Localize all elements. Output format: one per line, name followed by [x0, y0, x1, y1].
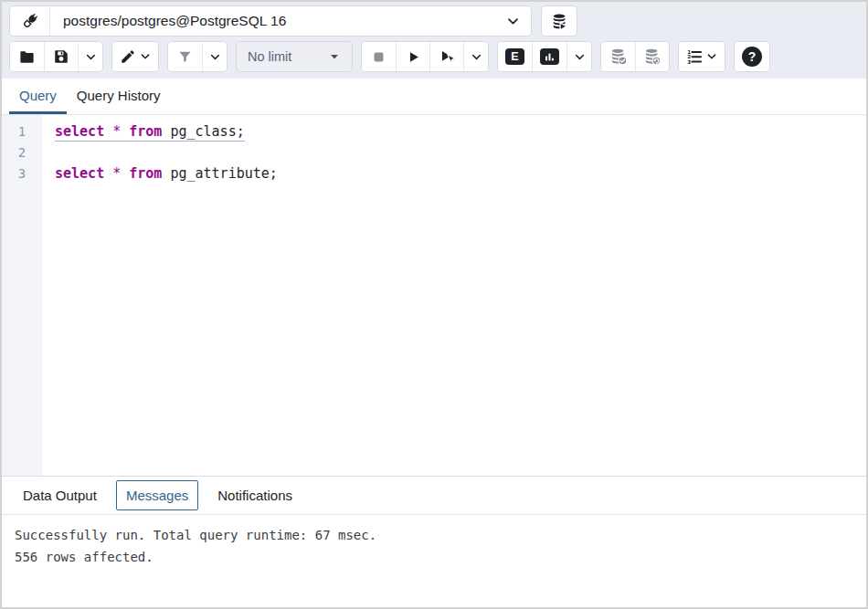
folder-icon [18, 48, 36, 66]
help-button-group: ? [734, 41, 770, 72]
code-line[interactable]: select * from pg_class; [55, 121, 866, 142]
commit-button[interactable] [601, 42, 635, 71]
row-limit-select[interactable]: No limit [236, 41, 353, 72]
save-button[interactable] [44, 42, 78, 71]
edit-button-group [111, 41, 159, 72]
query-tool-window: postgres/postgres@PostgreSQL 16 [0, 0, 868, 609]
row-limit-value: No limit [248, 49, 291, 64]
chevron-down-icon [574, 51, 586, 63]
database-commit-icon [609, 47, 628, 66]
plug-icon [21, 12, 39, 30]
messages-panel: Successfully run. Total query runtime: 6… [2, 515, 866, 607]
explain-button[interactable]: E [498, 42, 532, 71]
connection-group: postgres/postgres@PostgreSQL 16 [9, 5, 532, 37]
explain-icon: E [505, 48, 524, 65]
line-number: 1 [2, 121, 42, 142]
new-connection-button[interactable] [541, 5, 577, 37]
macros-button[interactable]: 123 [679, 42, 725, 71]
numbered-list-icon: 123 [686, 48, 703, 65]
explain-analyze-button[interactable] [532, 42, 566, 71]
svg-text:3: 3 [687, 59, 691, 65]
connection-dropdown[interactable]: postgres/postgres@PostgreSQL 16 [50, 6, 531, 36]
filter-button[interactable] [168, 42, 202, 71]
line-number: 2 [2, 142, 42, 163]
execute-script-button[interactable] [429, 42, 463, 71]
stop-icon [371, 49, 386, 65]
cancel-query-button[interactable] [362, 42, 396, 71]
explain-options-button[interactable] [566, 42, 591, 71]
transaction-button-group [600, 41, 670, 72]
toolbar: No limit [2, 40, 866, 79]
rollback-button[interactable] [635, 42, 669, 71]
pencil-icon [120, 48, 136, 65]
line-number: 3 [2, 163, 42, 184]
chevron-down-icon [506, 15, 520, 28]
caret-down-icon [328, 50, 341, 63]
play-icon [406, 49, 421, 65]
execute-options-button[interactable] [463, 42, 488, 71]
macro-button-group: 123 [678, 41, 725, 72]
chevron-down-icon [706, 51, 717, 62]
help-icon: ? [742, 47, 762, 67]
connection-status-button[interactable] [10, 6, 50, 36]
edit-button[interactable] [112, 42, 158, 71]
chevron-down-icon [209, 51, 221, 63]
editor-lines[interactable]: select * from pg_class; select * from pg… [42, 115, 866, 476]
file-button-group [9, 41, 103, 72]
execute-button[interactable] [396, 42, 429, 71]
save-options-button[interactable] [78, 42, 102, 71]
sql-editor[interactable]: 123 select * from pg_class; select * fro… [2, 115, 866, 476]
save-icon [53, 48, 69, 65]
explain-analyze-icon [540, 48, 559, 65]
tab-notifications[interactable]: Notifications [207, 480, 302, 510]
execute-button-group [361, 41, 489, 72]
chevron-down-icon [140, 51, 151, 62]
connection-bar: postgres/postgres@PostgreSQL 16 [2, 2, 866, 40]
tab-query[interactable]: Query [9, 79, 67, 114]
filter-button-group [167, 41, 228, 72]
message-line: Successfully run. Total query runtime: 6… [15, 524, 853, 546]
help-button[interactable]: ? [735, 42, 769, 71]
message-line: 556 rows affected. [15, 546, 853, 568]
output-tab-bar: Data Output Messages Notifications [2, 476, 866, 515]
chevron-down-icon [471, 51, 482, 63]
play-cursor-icon [439, 48, 456, 66]
filter-options-button[interactable] [202, 42, 227, 71]
tab-query-history[interactable]: Query History [67, 79, 171, 114]
tab-data-output[interactable]: Data Output [13, 480, 107, 510]
explain-button-group: E [497, 41, 592, 72]
database-rollback-icon [643, 47, 662, 66]
tab-messages[interactable]: Messages [116, 480, 198, 510]
editor-tab-bar: Query Query History [2, 79, 866, 115]
open-file-button[interactable] [10, 42, 44, 71]
editor-gutter: 123 [2, 115, 42, 476]
code-line[interactable]: select * from pg_attribute; [55, 163, 866, 184]
chevron-down-icon [85, 51, 97, 63]
database-new-connection-icon [551, 13, 568, 30]
filter-icon [177, 49, 193, 65]
code-line[interactable] [55, 142, 866, 163]
connection-value: postgres/postgres@PostgreSQL 16 [63, 13, 506, 29]
